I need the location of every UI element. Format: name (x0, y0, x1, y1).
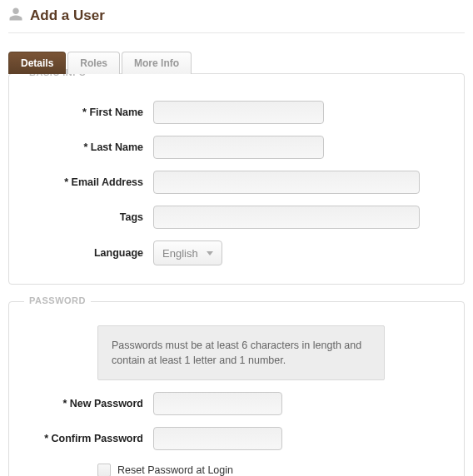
first-name-label: * First Name (24, 107, 153, 118)
last-name-label: * Last Name (24, 141, 153, 153)
language-label: Language (24, 247, 153, 259)
new-password-label: * New Password (24, 398, 153, 409)
tags-label: Tags (24, 211, 153, 223)
password-legend: PASSWORD (24, 295, 91, 305)
basic-info-fieldset: BASIC INFO * First Name * Last Name * Em… (8, 73, 465, 285)
language-select[interactable]: English (153, 240, 222, 265)
tabs: Details Roles More Info (8, 52, 465, 74)
last-name-input[interactable] (153, 136, 324, 159)
confirm-password-label: * Confirm Password (24, 433, 153, 444)
chevron-down-icon (207, 251, 213, 255)
password-hint: Passwords must be at least 6 characters … (97, 325, 385, 380)
email-input[interactable] (153, 171, 420, 194)
language-select-value: English (162, 247, 198, 260)
reset-password-label: Reset Password at Login (117, 464, 233, 476)
tab-details[interactable]: Details (8, 52, 66, 74)
new-password-input[interactable] (153, 392, 282, 415)
first-name-input[interactable] (153, 101, 324, 124)
password-fieldset: PASSWORD Passwords must be at least 6 ch… (8, 301, 465, 476)
tab-more-info[interactable]: More Info (122, 52, 192, 74)
page-title: Add a User (30, 7, 105, 24)
email-label: * Email Address (24, 176, 153, 188)
user-icon (8, 7, 30, 24)
confirm-password-input[interactable] (153, 427, 282, 450)
tab-roles[interactable]: Roles (67, 52, 120, 74)
tags-input[interactable] (153, 206, 420, 229)
page-header: Add a User (8, 0, 465, 33)
reset-password-checkbox[interactable] (97, 464, 111, 476)
